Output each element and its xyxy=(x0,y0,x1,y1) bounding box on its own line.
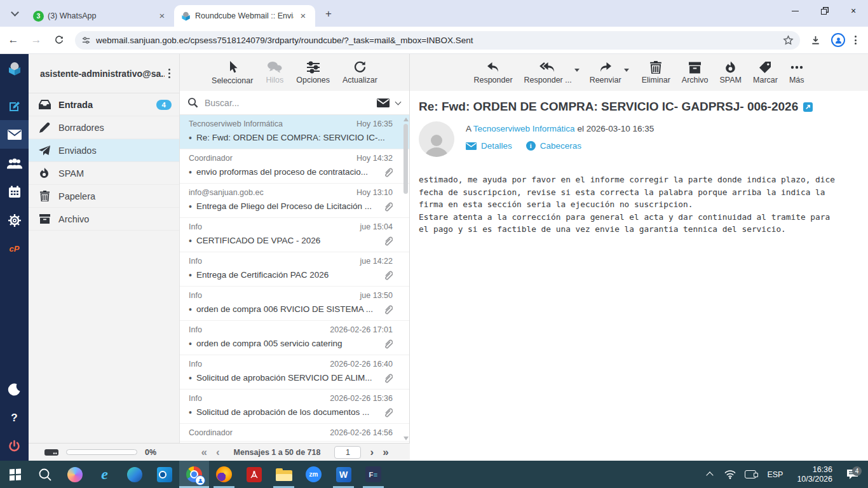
message-row[interactable]: Info2026-02-26 17:01 •orden de compra 00… xyxy=(180,321,409,355)
dropdown-caret-icon[interactable] xyxy=(574,69,580,72)
start-button[interactable] xyxy=(0,461,30,488)
message-row[interactable]: Info2026-02-26 16:40 •Solicitud de aprob… xyxy=(180,355,409,390)
mail-nav-button[interactable] xyxy=(0,120,29,149)
address-bar[interactable]: webmail.sanjuan.gob.ec/cpsess7518124079/… xyxy=(75,31,800,50)
mark-button[interactable]: Marcar xyxy=(748,60,783,86)
headers-toggle[interactable]: i Cabeceras xyxy=(526,141,581,151)
language-indicator[interactable]: ESP xyxy=(762,470,788,479)
folder-borradores[interactable]: Borradores xyxy=(29,116,179,139)
zoom-button[interactable]: zm xyxy=(299,461,329,488)
cpanel-icon[interactable]: cP xyxy=(0,234,29,263)
downloads-button[interactable] xyxy=(805,30,825,50)
outlook-button[interactable] xyxy=(149,461,179,488)
reply-button[interactable]: Responder xyxy=(468,60,517,86)
browser-menu-button[interactable] xyxy=(851,32,860,48)
message-row[interactable]: Infojue 15:04 •CERTIFICADO DE VPAC - 202… xyxy=(180,218,409,252)
chrome-button[interactable] xyxy=(179,461,209,488)
scroll-up-icon[interactable] xyxy=(403,118,409,121)
compose-button[interactable] xyxy=(0,92,29,120)
delete-button[interactable]: Eliminar xyxy=(637,60,675,86)
reload-button[interactable] xyxy=(50,30,69,50)
folder-spam[interactable]: SPAM xyxy=(29,162,179,185)
forward-button[interactable]: Reenviar xyxy=(585,60,627,86)
acrobat-button[interactable] xyxy=(239,461,269,488)
minimize-button[interactable] xyxy=(780,0,810,22)
reply-all-button[interactable]: Responder ... xyxy=(519,60,577,86)
scrollbar-thumb[interactable] xyxy=(403,124,408,194)
recipient-link[interactable]: Tecnoserviweb Informática xyxy=(473,124,575,133)
logout-button[interactable] xyxy=(0,432,29,461)
options-button[interactable]: Opciones xyxy=(291,60,335,86)
tab-whatsapp[interactable]: 3 (3) WhatsApp × xyxy=(27,5,174,27)
profile-button[interactable] xyxy=(828,30,848,50)
f-app-button[interactable]: F≡ xyxy=(358,461,388,488)
tab-close-icon[interactable]: × xyxy=(156,10,168,22)
folder-enviados[interactable]: Enviados xyxy=(29,139,179,162)
chrome-profile-badge-icon xyxy=(195,475,205,485)
contacts-nav-button[interactable] xyxy=(0,149,29,177)
close-button[interactable]: × xyxy=(839,0,868,22)
message-row[interactable]: Coordinador2026-02-26 14:56 xyxy=(180,424,409,442)
roundcube-logo[interactable] xyxy=(0,54,29,83)
wifi-indicator[interactable] xyxy=(721,470,739,479)
archive-button[interactable]: Archivo xyxy=(677,60,714,86)
next-page-button[interactable]: › xyxy=(370,447,374,458)
prev-page-button[interactable]: ‹ xyxy=(216,447,220,458)
cast-indicator[interactable] xyxy=(742,470,759,478)
search-scope-caret-icon[interactable] xyxy=(395,98,402,105)
internet-explorer-button[interactable]: e xyxy=(90,461,119,488)
forward-button[interactable]: → xyxy=(27,30,46,50)
search-scope-mail-icon[interactable] xyxy=(377,98,390,107)
message-row[interactable]: Info2026-02-26 15:36 •Solicitud de aprob… xyxy=(180,390,409,424)
edge-button[interactable] xyxy=(119,461,149,488)
open-in-new-window-icon[interactable] xyxy=(803,102,813,112)
back-button[interactable]: ← xyxy=(4,30,23,50)
more-button[interactable]: Más xyxy=(784,60,810,86)
word-button[interactable]: W xyxy=(329,461,358,488)
folder-archivo[interactable]: Archivo xyxy=(29,208,179,231)
tab-search-button[interactable] xyxy=(5,4,24,23)
scroll-down-icon[interactable] xyxy=(403,437,409,440)
threads-button[interactable]: Hilos xyxy=(261,60,288,86)
spam-button[interactable]: SPAM xyxy=(715,60,747,86)
message-row[interactable]: info@sanjuan.gob.ecHoy 13:10 •Entrega de… xyxy=(180,184,409,218)
tray-expand-button[interactable] xyxy=(701,471,719,478)
tab-close-icon[interactable]: × xyxy=(297,10,309,22)
message-row[interactable]: Infojue 13:50 •orden de compra 006 RVICI… xyxy=(180,287,409,321)
details-toggle[interactable]: Detalles xyxy=(466,141,512,151)
select-button[interactable]: Seleccionar xyxy=(207,59,258,86)
dropdown-caret-icon[interactable] xyxy=(624,69,629,72)
folder-papelera[interactable]: Papelera xyxy=(29,185,179,208)
clock[interactable]: 16:36 10/3/2026 xyxy=(790,465,839,484)
search-input[interactable] xyxy=(205,98,377,108)
last-page-button[interactable]: » xyxy=(383,447,388,458)
bookmark-star-icon[interactable] xyxy=(783,35,794,46)
calendar-nav-button[interactable] xyxy=(0,177,29,206)
list-scrollbar[interactable] xyxy=(402,116,409,442)
maximize-button[interactable] xyxy=(810,0,839,22)
help-button[interactable]: ? xyxy=(0,403,29,432)
account-menu-button[interactable] xyxy=(165,65,174,81)
page-number-input[interactable]: 1 xyxy=(334,446,361,459)
file-explorer-button[interactable] xyxy=(269,461,299,488)
tab-roundcube[interactable]: Roundcube Webmail :: Enviados × xyxy=(174,5,315,27)
notification-center-button[interactable]: 4 xyxy=(841,469,863,480)
refresh-button[interactable]: Actualizar xyxy=(337,59,383,86)
message-row[interactable]: Tecnoserviweb InformáticaHoy 16:35 •Re: … xyxy=(180,115,409,149)
url-text[interactable]: webmail.sanjuan.gob.ec/cpsess7518124079/… xyxy=(96,36,783,45)
darkmode-toggle[interactable] xyxy=(0,375,29,403)
folder-entrada[interactable]: Entrada 4 xyxy=(29,93,179,116)
first-page-button[interactable]: « xyxy=(201,447,207,458)
firefox-button[interactable] xyxy=(209,461,239,488)
tag-icon xyxy=(759,61,771,74)
message-row[interactable]: Infojue 14:22 •Entrega de Certificación … xyxy=(180,252,409,287)
body-paragraph: Estare atenta a la corrección para gener… xyxy=(419,211,842,236)
message-row[interactable]: CoordinadorHoy 14:32 •envio proformas de… xyxy=(180,149,409,184)
taskbar-search-button[interactable] xyxy=(30,461,60,488)
edge-icon xyxy=(127,467,142,482)
new-tab-button[interactable]: + xyxy=(320,6,337,22)
copilot-button[interactable] xyxy=(60,461,90,488)
settings-nav-button[interactable] xyxy=(0,206,29,234)
account-header[interactable]: asistente-administrativo@sa... xyxy=(29,54,179,93)
site-settings-icon[interactable] xyxy=(81,36,91,45)
